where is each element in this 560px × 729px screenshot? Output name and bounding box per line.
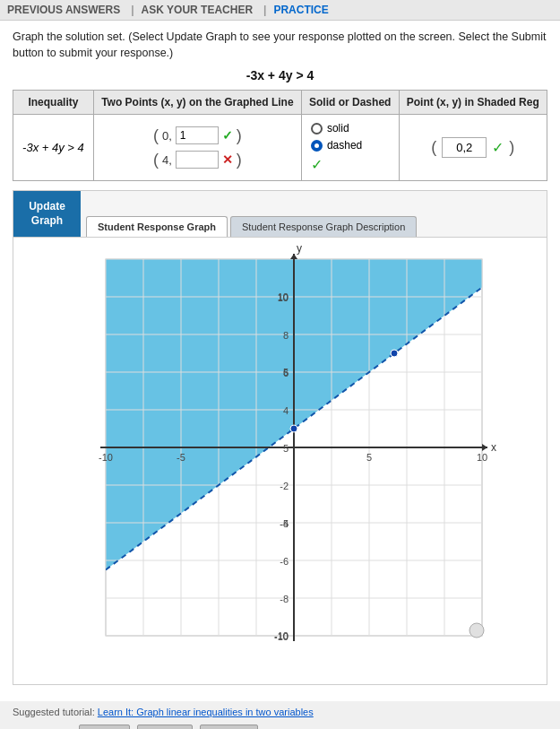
row-two-points-cell: ( 0, ✓ ) ( 4, ✕ ) bbox=[93, 115, 301, 181]
help-bar: Need Help? Read It Watch It Master It bbox=[0, 721, 560, 729]
svg-text:-2: -2 bbox=[280, 481, 289, 491]
previous-answers-link[interactable]: PREVIOUS ANSWERS bbox=[7, 4, 120, 16]
instruction-text: Graph the solution set. (Select Update G… bbox=[13, 30, 547, 61]
svg-text:5: 5 bbox=[282, 367, 288, 378]
shaded-container: ( 0,2 ✓ ) bbox=[409, 137, 538, 158]
radio-solid-row[interactable]: solid bbox=[311, 122, 349, 135]
graph-section: UpdateGraph Student Response Graph Stude… bbox=[13, 190, 547, 685]
solid-dashed-check-icon: ✓ bbox=[311, 156, 323, 173]
point2-y-input[interactable] bbox=[176, 151, 219, 169]
shaded-value-box: 0,2 bbox=[442, 137, 487, 158]
point-on-line bbox=[391, 350, 398, 357]
x-axis-arrow bbox=[482, 444, 487, 451]
svg-text:5: 5 bbox=[366, 452, 371, 463]
svg-text:10: 10 bbox=[277, 291, 288, 302]
radio-solid-circle[interactable] bbox=[311, 123, 323, 135]
points-container: ( 0, ✓ ) ( 4, ✕ ) bbox=[103, 126, 292, 169]
svg-text:-8: -8 bbox=[280, 594, 289, 604]
point1-y-input[interactable] bbox=[176, 126, 219, 144]
shaded-open-paren: ( bbox=[431, 138, 436, 157]
svg-text:-10: -10 bbox=[274, 630, 289, 641]
point2-open-paren: ( bbox=[153, 151, 159, 169]
tutorial-section: Suggested tutorial: Learn It: Graph line… bbox=[13, 707, 547, 717]
coordinate-graph: x y -10 -5 5 10 10 8 6 4 5 -2 -4 bbox=[61, 241, 500, 681]
svg-text:-10: -10 bbox=[99, 452, 113, 463]
graph-tabs: Student Response Graph Student Response … bbox=[81, 191, 547, 237]
suggested-label: Suggested tutorial: bbox=[13, 707, 95, 717]
svg-text:4: 4 bbox=[282, 405, 288, 416]
point1-check-icon: ✓ bbox=[222, 128, 233, 143]
read-it-button[interactable]: Read It bbox=[79, 725, 130, 729]
ask-teacher-link[interactable]: ASK YOUR TEACHER bbox=[142, 4, 253, 16]
point1-open-paren: ( bbox=[153, 126, 159, 145]
scroll-indicator[interactable] bbox=[470, 623, 484, 638]
top-bar: PREVIOUS ANSWERS | ASK YOUR TEACHER | PR… bbox=[0, 0, 560, 21]
graph-header: UpdateGraph Student Response Graph Stude… bbox=[13, 191, 547, 237]
svg-text:-5: -5 bbox=[280, 518, 289, 529]
tutorial-link[interactable]: Learn It: Graph linear inequalities in t… bbox=[98, 707, 314, 717]
point2-cross-icon: ✕ bbox=[222, 152, 233, 167]
point2-x-label: 4, bbox=[162, 153, 172, 167]
svg-text:-6: -6 bbox=[280, 556, 289, 567]
equation-title: -3x + 4y > 4 bbox=[13, 68, 547, 82]
svg-text:5: 5 bbox=[282, 443, 288, 454]
point1-close-paren: ) bbox=[237, 126, 242, 145]
shaded-check-icon: ✓ bbox=[492, 139, 504, 156]
svg-text:10: 10 bbox=[476, 452, 487, 463]
row-shaded-cell: ( 0,2 ✓ ) bbox=[399, 115, 547, 181]
row-solid-dashed-cell: solid dashed ✓ bbox=[301, 115, 399, 181]
col-shaded-reg: Point (x, y) in Shaded Reg bbox=[399, 91, 547, 115]
svg-text:-5: -5 bbox=[177, 452, 185, 463]
radio-dashed-row[interactable]: dashed bbox=[311, 139, 362, 152]
graph-wrapper: x y -10 -5 5 10 10 8 6 4 5 -2 -4 bbox=[13, 237, 547, 684]
master-it-button[interactable]: Master It bbox=[200, 725, 258, 729]
radio-solid-label: solid bbox=[327, 122, 349, 135]
y-axis-label: y bbox=[297, 242, 302, 255]
watch-it-button[interactable]: Watch It bbox=[137, 725, 193, 729]
tab-student-response-graph[interactable]: Student Response Graph bbox=[86, 216, 228, 237]
point1-row: ( 0, ✓ ) bbox=[153, 126, 242, 145]
point2-close-paren: ) bbox=[237, 151, 242, 169]
radio-dashed-label: dashed bbox=[327, 139, 362, 152]
svg-text:8: 8 bbox=[282, 330, 288, 341]
tab-student-response-description[interactable]: Student Response Graph Description bbox=[230, 216, 417, 237]
main-content: Graph the solution set. (Select Update G… bbox=[0, 21, 560, 701]
x-axis-label: x bbox=[491, 441, 496, 454]
inequality-table: Inequality Two Points (x, y) on the Grap… bbox=[13, 90, 547, 181]
row-inequality-label: -3x + 4y > 4 bbox=[13, 115, 94, 181]
practice-link[interactable]: PRACTICE bbox=[273, 4, 328, 16]
radio-group: solid dashed ✓ bbox=[311, 122, 390, 173]
col-inequality: Inequality bbox=[13, 91, 94, 115]
radio-dashed-circle[interactable] bbox=[311, 140, 323, 152]
shaded-close-paren: ) bbox=[509, 138, 514, 157]
col-solid-dashed: Solid or Dashed bbox=[301, 91, 399, 115]
point2-row: ( 4, ✕ ) bbox=[153, 151, 242, 169]
point1-x-label: 0, bbox=[162, 129, 172, 143]
col-two-points: Two Points (x, y) on the Graphed Line bbox=[93, 91, 301, 115]
update-graph-button[interactable]: UpdateGraph bbox=[13, 191, 81, 237]
point-0-1 bbox=[290, 425, 297, 432]
